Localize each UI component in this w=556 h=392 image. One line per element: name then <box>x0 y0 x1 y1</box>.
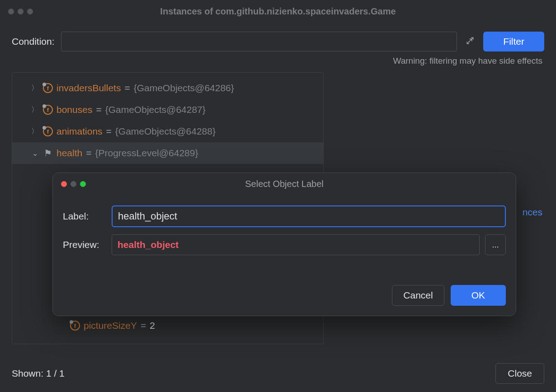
condition-label: Condition: <box>12 36 55 47</box>
tree-row[interactable]: 〉 f pictureSizeY = 2 <box>12 315 323 336</box>
shown-count: Shown: 1 / 1 <box>12 368 65 379</box>
chevron-right-icon[interactable]: 〉 <box>30 127 39 136</box>
equals: = <box>96 104 101 115</box>
field-icon: f <box>70 321 80 331</box>
tree-row[interactable]: 〉 f invadersBullets = {GameObjects@64286… <box>12 77 323 99</box>
variable-value: {GameObjects@64287} <box>105 104 206 115</box>
variable-name: health <box>57 148 82 159</box>
variable-name: invadersBullets <box>57 83 121 93</box>
window-title: Instances of com.github.nizienko.spacein… <box>0 6 556 17</box>
condition-input[interactable] <box>61 32 457 51</box>
preview-box: health_object <box>112 234 480 255</box>
flag-icon: ⚑ <box>43 148 53 159</box>
field-icon: f <box>43 126 53 136</box>
titlebar: Instances of com.github.nizienko.spacein… <box>0 0 556 23</box>
chevron-down-icon[interactable]: ⌄ <box>30 149 39 158</box>
field-icon: f <box>43 83 53 93</box>
filter-warning: Warning: filtering may have side effects <box>0 53 556 72</box>
variable-name: animations <box>57 126 103 137</box>
tree-row[interactable]: 〉 f animations = {GameObjects@64288} <box>12 121 323 142</box>
preview-value: health_object <box>118 239 179 250</box>
variable-name: pictureSizeY <box>84 320 137 331</box>
equals: = <box>106 126 112 137</box>
field-icon: f <box>43 105 53 115</box>
select-object-label-dialog: Select Object Label Label: Preview: heal… <box>52 173 516 316</box>
expand-icon[interactable] <box>463 37 477 47</box>
label-input[interactable] <box>112 205 506 227</box>
equals: = <box>86 148 91 159</box>
cancel-button[interactable]: Cancel <box>392 285 444 306</box>
variable-value: {GameObjects@64288} <box>115 126 216 137</box>
chevron-right-icon[interactable]: 〉 <box>30 105 39 115</box>
filter-button[interactable]: Filter <box>483 32 544 51</box>
chevron-right-icon[interactable]: 〉 <box>30 84 39 93</box>
tree-row[interactable]: ⌄ ⚑ health = {ProgressLevel@64289} <box>12 142 323 164</box>
modal-title: Select Object Label <box>53 179 516 189</box>
variable-value: {ProgressLevel@64289} <box>95 148 198 159</box>
label-field-label: Label: <box>63 211 106 222</box>
close-button[interactable]: Close <box>495 363 544 384</box>
variable-value: 2 <box>150 320 155 331</box>
variable-name: bonuses <box>57 104 92 115</box>
tree-row[interactable]: 〉 f bonuses = {GameObjects@64287} <box>12 99 323 121</box>
variable-value: {GameObjects@64286} <box>134 83 234 93</box>
equals: = <box>124 83 130 93</box>
more-button[interactable]: ... <box>485 234 506 255</box>
ok-button[interactable]: OK <box>451 285 506 306</box>
partial-link[interactable]: nces <box>523 207 542 218</box>
equals: = <box>141 320 146 331</box>
preview-label: Preview: <box>63 239 106 250</box>
